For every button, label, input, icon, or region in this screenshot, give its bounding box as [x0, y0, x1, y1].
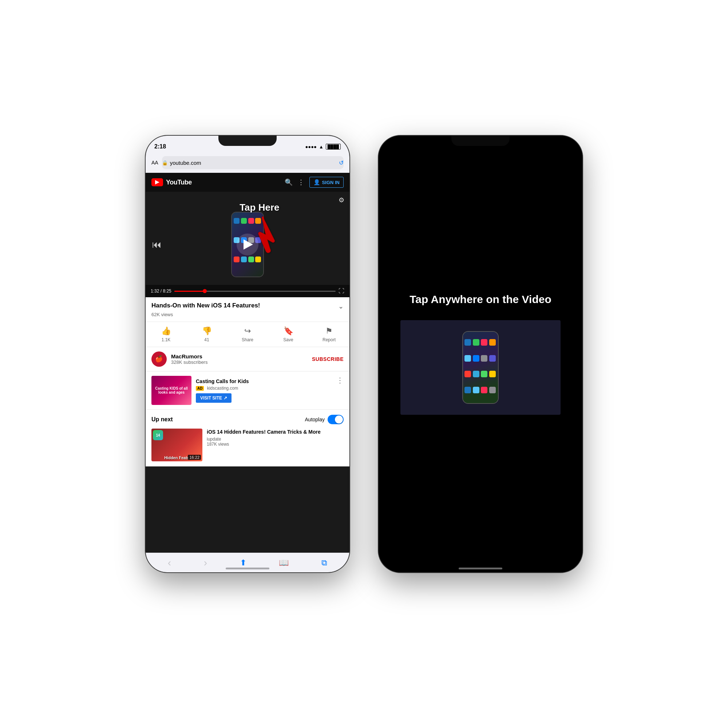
progress-dot — [203, 289, 207, 293]
sign-in-label: SIGN IN — [322, 180, 340, 185]
right-screen-content[interactable]: Tap Anywhere on the Video — [379, 136, 583, 572]
right-phone-sim — [462, 331, 499, 404]
channel-avatar: 🍎 — [151, 351, 167, 367]
lock-icon: 🔒 — [162, 160, 168, 165]
dislike-count: 41 — [204, 337, 209, 342]
app-icon — [255, 257, 261, 262]
right-phone: Tap Anywhere on the Video — [379, 136, 583, 572]
report-button[interactable]: ⚑ Report — [318, 326, 340, 342]
notch — [218, 136, 277, 146]
safari-url-text: youtube.com — [170, 160, 201, 166]
up-next-section: Up next Autoplay 14 Hidden Featu 16:22 — [145, 410, 349, 466]
visit-site-button[interactable]: VISIT SITE ↗ — [196, 393, 231, 403]
fullscreen-icon[interactable]: ⛶ — [339, 288, 344, 295]
save-icon: 🔖 — [283, 326, 294, 336]
previous-button[interactable]: ⏮ — [152, 239, 161, 250]
app-sim-icon — [481, 339, 487, 345]
youtube-header-right: 🔍 ⋮ 👤 SIGN IN — [285, 177, 344, 188]
dislike-button[interactable]: 👎 41 — [196, 326, 218, 342]
app-sim-icon — [465, 387, 471, 393]
video-views: 62K views — [151, 312, 344, 317]
total-time: 8:25 — [163, 289, 171, 294]
next-video-title: iOS 14 Hidden Features! Camera Tricks & … — [207, 429, 344, 435]
app-sim-icon — [465, 339, 471, 345]
app-sim-icon — [473, 387, 480, 393]
back-button[interactable]: ‹ — [168, 557, 171, 569]
ad-thumb-text: Casting KIDS of all looks and ages — [154, 386, 189, 395]
action-buttons: 👍 1.1K 👎 41 ↪ Share 🔖 Save ⚑ Report — [145, 322, 349, 347]
battery-icon: ████ — [326, 144, 341, 149]
app-sim-icon — [473, 355, 480, 362]
up-next-label: Up next — [151, 416, 173, 423]
bookmarks-button[interactable]: 📖 — [279, 558, 289, 567]
scene: 2:18 ●●●● ▲ ████ AA 🔒 youtube.com ↺ — [0, 0, 728, 708]
video-info: Hands-On with New iOS 14 Features! ⌄ 62K… — [145, 297, 349, 322]
subscribe-button[interactable]: SUBSCRIBE — [312, 356, 344, 362]
share-button[interactable]: ⬆ — [240, 558, 246, 567]
channel-avatar-emoji: 🍎 — [155, 355, 163, 363]
app-sim-icon — [465, 355, 471, 362]
autoplay-label: Autoplay — [305, 416, 325, 422]
app-sim-icon — [481, 371, 487, 377]
next-video-info: iOS 14 Hidden Features! Camera Tricks & … — [207, 429, 344, 461]
status-icons: ●●●● ▲ ████ — [305, 144, 341, 149]
refresh-icon[interactable]: ↺ — [336, 160, 344, 166]
current-time: 1:32 — [151, 289, 159, 294]
video-title: Hands-On with New iOS 14 Features! — [151, 302, 260, 310]
right-video-preview[interactable] — [400, 320, 561, 415]
app-sim-icon — [465, 371, 471, 377]
channel-info: 🍎 MacRumors 328K subscribers SUBSCRIBE — [145, 347, 349, 371]
right-phone-screen-sim — [463, 332, 498, 403]
autoplay-toggle[interactable] — [328, 415, 344, 424]
tap-anywhere-text: Tap Anywhere on the Video — [395, 293, 566, 306]
safari-address-bar[interactable]: AA 🔒 youtube.com ↺ — [145, 153, 349, 173]
home-indicator — [226, 567, 269, 569]
right-phone-screen: Tap Anywhere on the Video — [379, 136, 583, 572]
left-phone-screen: 2:18 ●●●● ▲ ████ AA 🔒 youtube.com ↺ — [145, 136, 349, 572]
app-sim-icon — [489, 339, 496, 345]
signal-icon: ●●●● — [305, 144, 317, 149]
app-icon — [234, 257, 240, 262]
visit-site-label: VISIT SITE — [200, 396, 222, 400]
next-video-card[interactable]: 14 Hidden Featu 16:22 iOS 14 Hidden Feat… — [151, 429, 344, 461]
up-next-header: Up next Autoplay — [151, 415, 344, 424]
report-icon: ⚑ — [325, 326, 333, 336]
channel-name[interactable]: MacRumors — [171, 353, 208, 360]
app-sim-icon — [481, 387, 487, 393]
channel-subscribers: 328K subscribers — [171, 360, 208, 365]
save-label: Save — [283, 337, 293, 342]
share-button[interactable]: ↪ Share — [237, 326, 259, 342]
status-time: 2:18 — [154, 143, 166, 150]
progress-track[interactable] — [174, 291, 336, 292]
external-link-icon: ↗ — [224, 396, 227, 400]
ad-more-icon[interactable]: ⋮ — [336, 376, 344, 384]
like-button[interactable]: 👍 1.1K — [155, 326, 177, 342]
youtube-logo[interactable]: YouTube — [151, 178, 192, 186]
toggle-knob — [335, 415, 343, 424]
ad-info: Casting Calls for Kids AD kidscasting.co… — [196, 378, 332, 403]
progress-bar-area[interactable]: 1:32 / 8:25 ⛶ — [145, 285, 349, 297]
app-sim-icon — [489, 371, 496, 377]
report-label: Report — [323, 337, 336, 342]
ad-url: kidscasting.com — [207, 386, 238, 391]
wifi-icon: ▲ — [319, 144, 324, 149]
safari-aa-label[interactable]: AA — [151, 160, 158, 165]
save-button[interactable]: 🔖 Save — [278, 326, 299, 342]
tabs-button[interactable]: ⧉ — [321, 558, 327, 567]
channel-details: MacRumors 328K subscribers — [171, 353, 208, 365]
app-sim-icon — [473, 339, 480, 345]
youtube-logo-text: YouTube — [166, 178, 192, 186]
more-options-icon[interactable]: ⋮ — [298, 178, 304, 186]
ad-thumbnail: Casting KIDS of all looks and ages — [151, 376, 192, 405]
tap-here-annotation: Tap Here — [240, 202, 279, 256]
video-player[interactable]: ⏮ ⚙ Tap Here — [145, 192, 349, 297]
app-icon — [241, 257, 247, 262]
expand-icon[interactable]: ⌄ — [338, 302, 344, 310]
sign-in-button[interactable]: 👤 SIGN IN — [310, 177, 344, 188]
settings-button[interactable]: ⚙ — [339, 196, 344, 204]
forward-button[interactable]: › — [204, 557, 207, 569]
like-count: 1.1K — [161, 337, 171, 342]
safari-url-box[interactable]: 🔒 youtube.com ↺ — [162, 156, 344, 169]
search-icon[interactable]: 🔍 — [285, 178, 293, 186]
autoplay-area: Autoplay — [305, 415, 344, 424]
